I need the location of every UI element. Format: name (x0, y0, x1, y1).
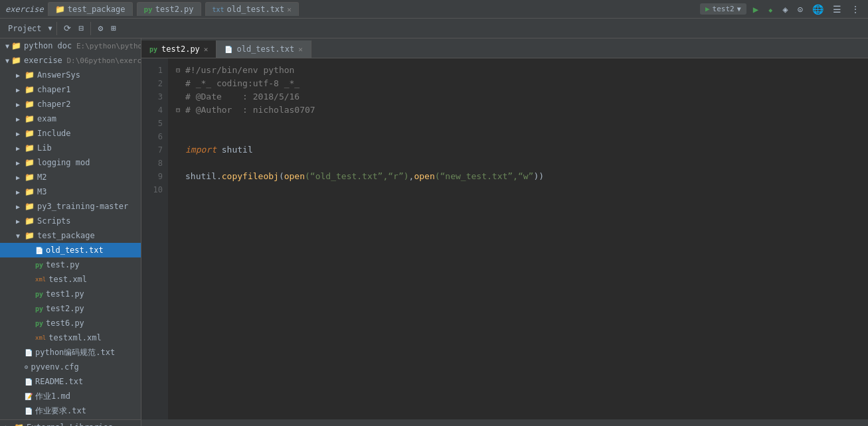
line-num-10: 10 (141, 183, 168, 196)
title-bar-left: exercise 📁 test_package py test2.py txt … (5, 2, 695, 16)
sidebar-item-m3[interactable]: 📁 M3 (0, 184, 141, 199)
code-line-7: import shutil (176, 143, 860, 157)
sidebar-item-pyenv-cfg[interactable]: ⚙ pyvenv.cfg (0, 360, 141, 374)
py-tab-icon: py (149, 46, 157, 53)
arrow-chaper2 (16, 101, 23, 108)
line-num-8: 8 (141, 157, 168, 170)
arrow-chaper1 (16, 86, 23, 94)
xml-icon-test: xml (35, 276, 46, 283)
view-button[interactable]: ⊞ (108, 22, 119, 35)
folder-icon: 📁 (55, 5, 65, 14)
sidebar-item-answersys[interactable]: 📁 AnswerSys (0, 68, 141, 82)
run-button[interactable]: ▶ (750, 3, 761, 16)
sidebar-item-external-libs[interactable]: 📁 External Libraries (0, 419, 141, 426)
fold-icon-1[interactable]: ⊟ (176, 64, 185, 77)
fold-icon-4[interactable]: ⊟ (176, 104, 185, 117)
toolbar-separator-1 (56, 22, 57, 35)
code-line-3: # @Date : 2018/5/16 (176, 90, 860, 104)
sidebar-item-exercise[interactable]: 📁 exercise D:\06python\exercise (0, 53, 141, 68)
txt-icon-coding: 📄 (25, 349, 33, 356)
horizontal-scrollbar[interactable] (141, 419, 868, 426)
toolbar-separator-2 (90, 22, 91, 35)
code-line-8 (176, 157, 860, 170)
arrow-py3training (16, 203, 23, 210)
run-config-icon: ▶ (705, 5, 710, 13)
folder-py3training-icon: 📁 (25, 202, 35, 211)
folder-logging-mod-icon: 📁 (25, 158, 35, 167)
title-bar: exercise 📁 test_package py test2.py txt … (0, 0, 868, 19)
titlebar-tab-oldtest[interactable]: txt old_test.txt ✕ (205, 2, 299, 16)
sidebar-item-python-doc[interactable]: 📁 python doc E:\python\python (0, 38, 141, 53)
run-config-selector[interactable]: ▶ test2 ▼ (700, 3, 746, 15)
code-line-4: ⊟ # @Author : nicholas0707 (176, 104, 860, 117)
inspect-button[interactable]: 🌐 (810, 3, 826, 16)
debug-button[interactable]: ⬥ (765, 3, 776, 16)
sidebar-item-test-package[interactable]: 📁 test_package (0, 228, 141, 243)
arrow-exam (16, 115, 23, 123)
fold-icon-5 (176, 117, 185, 130)
settings-gear-button[interactable]: ⚙ (95, 22, 106, 35)
sidebar-item-m2[interactable]: 📁 M2 (0, 170, 141, 184)
close-test2py-tab-icon[interactable]: ✕ (204, 45, 209, 54)
code-content[interactable]: ⊟ #!/usr/bin/env python # _*_ coding:utf… (168, 58, 868, 419)
sidebar-item-chaper2[interactable]: 📁 chaper2 (0, 97, 141, 111)
app-name: exercise (5, 5, 44, 14)
project-dropdown-icon[interactable]: ▼ (48, 25, 52, 32)
txt-icon-homework-req: 📄 (25, 407, 33, 415)
folder-chaper1-icon: 📁 (25, 85, 35, 94)
editor-area: py test2.py ✕ 📄 old_test.txt ✕ 1 2 3 4 5… (141, 38, 868, 426)
sidebar-item-old-test-txt[interactable]: 📄 old_test.txt (0, 243, 141, 257)
sidebar-item-test2-py[interactable]: py test2.py (0, 301, 141, 316)
sidebar-item-test-xml[interactable]: xml test.xml (0, 272, 141, 287)
txt-icon-old: 📄 (35, 247, 43, 254)
arrow-scripts (16, 218, 23, 225)
titlebar-tab-package[interactable]: 📁 test_package (48, 2, 133, 16)
sync-button[interactable]: ⟳ (61, 22, 74, 35)
sidebar-item-test-py[interactable]: py test.py (0, 257, 141, 272)
sidebar-item-exam[interactable]: 📁 exam (0, 111, 141, 126)
fold-icon-2 (176, 77, 185, 90)
py-icon-test: py (35, 261, 43, 269)
profile-button[interactable]: ⊙ (795, 3, 806, 16)
menu-button[interactable]: ⋮ (848, 3, 863, 16)
folder-python-doc-icon: 📁 (11, 41, 21, 50)
editor-tabs: py test2.py ✕ 📄 old_test.txt ✕ (141, 38, 868, 58)
sidebar-item-test6-py[interactable]: py test6.py (0, 316, 141, 330)
titlebar-tab-test2py[interactable]: py test2.py (137, 2, 201, 16)
arrow-test-package (16, 232, 23, 240)
close-oldtest-tab-icon[interactable]: ✕ (298, 45, 303, 54)
sidebar: 📁 python doc E:\python\python 📁 exercise… (0, 38, 141, 426)
py-icon-test2: py (35, 305, 43, 313)
sidebar-item-test1-py[interactable]: py test1.py (0, 287, 141, 301)
txt-icon-readme: 📄 (25, 378, 33, 386)
editor-tab-test2py[interactable]: py test2.py ✕ (141, 40, 217, 58)
sidebar-item-python-coding[interactable]: 📄 python编码规范.txt (0, 345, 141, 360)
sidebar-item-py3training[interactable]: 📁 py3_training-master (0, 199, 141, 214)
sidebar-item-logging-mod[interactable]: 📁 logging mod (0, 155, 141, 170)
xml-icon-testxml: xml (35, 334, 46, 341)
folder-chaper2-icon: 📁 (25, 100, 35, 109)
sidebar-item-lib[interactable]: 📁 Lib (0, 141, 141, 155)
editor-tab-oldtest[interactable]: 📄 old_test.txt ✕ (217, 40, 311, 58)
sidebar-item-scripts[interactable]: 📁 Scripts (0, 214, 141, 228)
code-editor[interactable]: 1 2 3 4 5 6 7 8 9 10 ⊟ #!/usr/bin/env py… (141, 58, 868, 419)
py-file-icon: py (144, 5, 153, 14)
toolbar: Project ▼ ⟳ ⊟ ⚙ ⊞ (0, 19, 868, 38)
md-icon-homework1: 📝 (25, 393, 33, 400)
coverage-button[interactable]: ◈ (780, 3, 790, 16)
folder-lib-icon: 📁 (25, 143, 35, 153)
close-oldtest-icon[interactable]: ✕ (287, 5, 292, 14)
sidebar-item-homework-req[interactable]: 📄 作业要求.txt (0, 403, 141, 418)
code-line-10 (176, 183, 860, 196)
line-num-5: 5 (141, 117, 168, 130)
sidebar-item-testxml-xml[interactable]: xml testxml.xml (0, 330, 141, 345)
sidebar-item-include[interactable]: 📁 Include (0, 126, 141, 141)
folder-include-icon: 📁 (25, 129, 35, 138)
sidebar-item-chaper1[interactable]: 📁 chaper1 (0, 82, 141, 97)
sidebar-item-homework1[interactable]: 📝 作业1.md (0, 389, 141, 403)
line-num-2: 2 (141, 77, 168, 90)
settings-button[interactable]: ☰ (830, 3, 844, 16)
collapse-button[interactable]: ⊟ (76, 22, 87, 35)
fold-icon-8 (176, 157, 185, 170)
sidebar-item-readme-txt[interactable]: 📄 README.txt (0, 374, 141, 389)
